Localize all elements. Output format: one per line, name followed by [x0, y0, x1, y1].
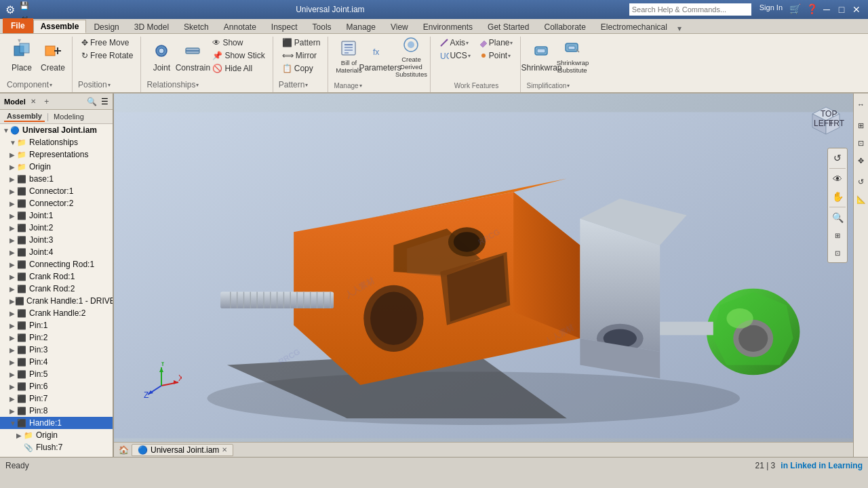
- tree-crankrod2[interactable]: ▶ ⬛ Crank Rod:2: [0, 283, 113, 295]
- tree-pin5[interactable]: ▶ ⬛ Pin:5: [0, 368, 113, 380]
- pan-btn[interactable]: ✋: [829, 188, 846, 205]
- tree-origin[interactable]: ▶ 📁 Origin: [0, 161, 113, 173]
- shrinkwrap-button[interactable]: Shrinkwrap: [526, 37, 556, 76]
- expand-root[interactable]: ▼: [3, 127, 9, 134]
- right-panel-btn2[interactable]: ⊞: [853, 117, 869, 134]
- cart-icon[interactable]: 🛒: [789, 3, 801, 16]
- expand-base1[interactable]: ▶: [9, 176, 16, 183]
- tree-joint4[interactable]: ▶ ⬛ Joint:4: [0, 246, 113, 258]
- tab-3dmodel[interactable]: 3D Model: [127, 20, 176, 33]
- copy-button[interactable]: 📋 Copy: [279, 62, 324, 75]
- tab-modeling[interactable]: Modeling: [51, 112, 87, 121]
- tree-relationships[interactable]: ▼ 📁 Relationships: [0, 136, 113, 148]
- tree-connector2[interactable]: ▶ ⬛ Connector:2: [0, 197, 113, 209]
- tree-pin8[interactable]: ▶ ⬛ Pin:8: [0, 405, 113, 417]
- save-btn[interactable]: 💾: [18, 0, 31, 12]
- tree-pin1[interactable]: ▶ ⬛ Pin:1: [0, 319, 113, 331]
- hide-all-button[interactable]: 🚫 Hide All: [209, 62, 268, 75]
- expand-connector1[interactable]: ▶: [9, 188, 16, 195]
- ucs-button[interactable]: UCS UCS ▾: [436, 49, 473, 62]
- tab-file[interactable]: File: [3, 18, 33, 33]
- tab-electromechanical[interactable]: Electromechanical: [593, 20, 675, 33]
- right-panel-btn1[interactable]: ↔: [853, 96, 869, 113]
- expand-joint3[interactable]: ▶: [9, 237, 16, 244]
- tree-joint3[interactable]: ▶ ⬛ Joint:3: [0, 234, 113, 246]
- tree-joint1[interactable]: ▶ ⬛ Joint:1: [0, 209, 113, 222]
- viewport-tab-close[interactable]: ✕: [222, 446, 227, 453]
- component-group-label[interactable]: Component ▾: [7, 79, 68, 89]
- create-button[interactable]: Create: [38, 37, 68, 76]
- tree-handle1[interactable]: ▼ ⬛ Handle:1: [0, 417, 113, 429]
- more-tabs-btn[interactable]: ▾: [677, 24, 682, 33]
- tree-handle1-origin[interactable]: ▶ 📁 Origin: [0, 429, 113, 441]
- tab-assembly[interactable]: Assembly: [4, 111, 45, 122]
- tab-design[interactable]: Design: [86, 20, 126, 33]
- point-button[interactable]: Point ▾: [475, 49, 517, 62]
- tab-annotate[interactable]: Annotate: [216, 20, 264, 33]
- joint-button[interactable]: Joint: [146, 37, 176, 76]
- expand-representations[interactable]: ▶: [9, 151, 16, 159]
- tree-crankhandle1[interactable]: ▶ ⬛ Crank Handle:1 - DRIVE: [0, 295, 113, 307]
- expand-connectingrod1[interactable]: ▶: [9, 261, 16, 268]
- viewport-home-btn[interactable]: 🏠: [117, 444, 130, 456]
- tree-list-icon[interactable]: ☰: [101, 97, 108, 106]
- free-move-button[interactable]: ✥ Free Move: [78, 37, 136, 49]
- right-panel-btn4[interactable]: ✥: [853, 152, 869, 169]
- tab-view[interactable]: View: [383, 20, 416, 33]
- expand-joint2[interactable]: ▶: [9, 224, 16, 232]
- expand-pin2[interactable]: ▶: [9, 334, 16, 342]
- tree-pin4[interactable]: ▶ ⬛ Pin:4: [0, 356, 113, 368]
- expand-joint1[interactable]: ▶: [9, 212, 16, 220]
- expand-pin1[interactable]: ▶: [9, 322, 16, 329]
- tree-crankhandle2[interactable]: ▶ ⬛ Crank Handle:2: [0, 307, 113, 319]
- tab-environments[interactable]: Environments: [416, 20, 480, 33]
- tab-tools[interactable]: Tools: [305, 20, 339, 33]
- viewport-tab-main[interactable]: 🔵 Universal Joint.iam ✕: [132, 444, 233, 456]
- minimize-btn[interactable]: ─: [821, 3, 833, 16]
- zoom-all-btn[interactable]: ⊞: [829, 227, 846, 243]
- show-stick-button[interactable]: 📌 Show Stick: [209, 49, 268, 62]
- zoom-window-btn[interactable]: ⊡: [829, 245, 846, 261]
- tree-joint2[interactable]: ▶ ⬛ Joint:2: [0, 222, 113, 234]
- free-rotate-button[interactable]: ↻ Free Rotate: [78, 49, 136, 62]
- look-btn[interactable]: 👁: [829, 171, 846, 187]
- model-add-btn[interactable]: +: [42, 97, 52, 106]
- tab-manage[interactable]: Manage: [339, 20, 383, 33]
- expand-pin3[interactable]: ▶: [9, 346, 16, 354]
- expand-origin[interactable]: ▶: [9, 163, 16, 171]
- expand-handle1[interactable]: ▼: [9, 420, 16, 427]
- close-btn[interactable]: ✕: [850, 3, 863, 16]
- tree-pin7[interactable]: ▶ ⬛ Pin:7: [0, 392, 113, 405]
- expand-crankrod1[interactable]: ▶: [9, 273, 16, 281]
- place-button[interactable]: Place: [7, 37, 37, 76]
- tree-crankrod1[interactable]: ▶ ⬛ Crank Rod:1: [0, 270, 113, 283]
- viewcube[interactable]: TOP LEFT FRT: [806, 100, 846, 141]
- orbit-btn[interactable]: ↺: [829, 150, 846, 166]
- tab-collaborate[interactable]: Collaborate: [536, 20, 593, 33]
- expand-crankhandle1[interactable]: ▶: [9, 298, 15, 305]
- tree-search-icon[interactable]: 🔍: [87, 97, 97, 106]
- tree-connector1[interactable]: ▶ ⬛ Connector:1: [0, 185, 113, 197]
- simplification-label[interactable]: Simplification ▾: [526, 81, 587, 89]
- tab-inspect[interactable]: Inspect: [264, 20, 305, 33]
- help-search-input[interactable]: [629, 3, 751, 16]
- zoom-btn[interactable]: 🔍: [829, 209, 846, 226]
- expand-connector2[interactable]: ▶: [9, 200, 16, 207]
- expand-pin5[interactable]: ▶: [9, 371, 16, 378]
- relationships-group-label[interactable]: Relationships ▾: [146, 79, 268, 89]
- tree-pin2[interactable]: ▶ ⬛ Pin:2: [0, 331, 113, 344]
- expand-pin8[interactable]: ▶: [9, 407, 16, 415]
- manage-group-label[interactable]: Manage ▾: [334, 81, 426, 89]
- expand-crankrod2[interactable]: ▶: [9, 285, 16, 293]
- expand-relationships[interactable]: ▼: [9, 139, 16, 146]
- expand-pin4[interactable]: ▶: [9, 359, 16, 366]
- maximize-btn[interactable]: □: [835, 3, 848, 16]
- pattern-group-label[interactable]: Pattern ▾: [279, 79, 324, 89]
- tree-pin3[interactable]: ▶ ⬛ Pin:3: [0, 344, 113, 356]
- expand-pin7[interactable]: ▶: [9, 395, 16, 403]
- tab-get-started[interactable]: Get Started: [480, 20, 536, 33]
- plane-button[interactable]: Plane ▾: [475, 37, 517, 49]
- help-icon[interactable]: ❓: [806, 3, 818, 16]
- tree-representations[interactable]: ▶ 📁 Representations: [0, 148, 113, 161]
- tree-base1[interactable]: ▶ ⬛ base:1: [0, 173, 113, 185]
